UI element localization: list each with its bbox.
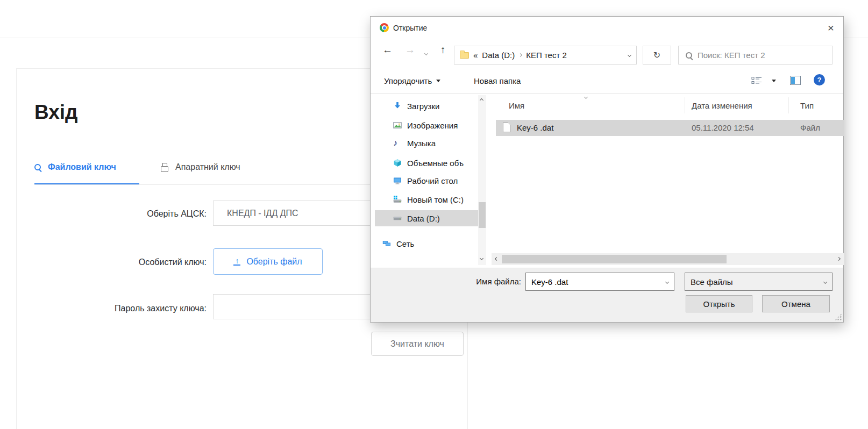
- filename-chevron-down-icon[interactable]: [665, 280, 669, 283]
- organize-label: Упорядочить: [384, 76, 432, 85]
- toolbar-divider: [371, 93, 843, 94]
- chrome-icon: [380, 23, 389, 32]
- sidebar-item-label: Сеть: [396, 239, 414, 248]
- preview-pane-icon[interactable]: [790, 76, 801, 87]
- column-header-modified[interactable]: Дата изменения: [692, 101, 752, 110]
- sort-direction-icon[interactable]: [584, 95, 588, 99]
- personal-key-label: Особистий ключ:: [34, 258, 207, 267]
- sidebar-item-music[interactable]: ♪ Музыка: [375, 135, 478, 151]
- file-type: Файл: [800, 123, 820, 132]
- desktop-icon: [393, 176, 402, 185]
- sidebar-item-3d-objects[interactable]: Объемные объ: [375, 155, 478, 171]
- address-chevron-down-icon[interactable]: [628, 53, 631, 57]
- page-title: Вхід: [34, 101, 78, 124]
- back-icon[interactable]: ←: [382, 44, 393, 56]
- acsk-label: Оберіть АЦСК:: [34, 209, 207, 219]
- key-search-icon: [34, 164, 41, 170]
- scroll-right-icon[interactable]: [837, 257, 841, 261]
- read-key-button[interactable]: Зчитати ключ: [371, 332, 464, 356]
- tab-file-key-label: Файловий ключ: [48, 162, 116, 172]
- column-header-name[interactable]: Имя: [509, 101, 524, 110]
- help-icon[interactable]: ?: [814, 74, 825, 85]
- cancel-button[interactable]: Отмена: [762, 295, 830, 312]
- organize-button[interactable]: Упорядочить: [384, 76, 440, 85]
- view-mode-dropdown-icon[interactable]: [772, 80, 776, 82]
- filetype-dropdown[interactable]: Все файлы: [685, 273, 833, 291]
- search-box[interactable]: [678, 46, 833, 65]
- open-file-dialog: Открытие × ← → ↑ « Data (D:) КЕП тест 2 …: [370, 16, 844, 323]
- tab-hardware-key-label: Апаратний ключ: [175, 162, 240, 172]
- sidebar-scrollbar-thumb[interactable]: [479, 202, 486, 228]
- sidebar-item-drive-c[interactable]: Новый том (C:): [375, 191, 478, 208]
- tab-hardware-key[interactable]: Апаратний ключ: [161, 162, 240, 172]
- sidebar-item-label: Музыка: [407, 139, 436, 148]
- open-button[interactable]: Открыть: [686, 295, 752, 312]
- search-icon: [686, 52, 692, 59]
- new-folder-label: Новая папка: [474, 76, 521, 85]
- sidebar-item-pictures[interactable]: Изображения: [375, 117, 478, 133]
- pictures-icon: [393, 121, 402, 130]
- breadcrumb[interactable]: « Data (D:) КЕП тест 2: [454, 46, 637, 65]
- sidebar-item-desktop[interactable]: Рабочий стол: [375, 173, 478, 189]
- upload-icon: ↑: [233, 258, 240, 266]
- sidebar-item-label: Новый том (C:): [407, 195, 464, 204]
- sidebar-item-label: Рабочий стол: [407, 176, 458, 185]
- usb-key-icon: [161, 166, 168, 172]
- dialog-footer: Имя файла: Все файлы Открыть Отмена: [371, 268, 843, 322]
- refresh-button[interactable]: ↻: [643, 46, 671, 65]
- choose-file-button[interactable]: ↑ Оберіть файл: [213, 248, 323, 275]
- music-icon: ♪: [393, 139, 402, 147]
- filetype-chevron-down-icon: [823, 280, 827, 283]
- resize-grip[interactable]: [835, 313, 842, 320]
- sidebar-item-label: Загрузки: [407, 102, 439, 111]
- file-modified: 05.11.2020 12:54: [692, 123, 754, 132]
- breadcrumb-segment-folder[interactable]: КЕП тест 2: [526, 51, 567, 60]
- dialog-title: Открытие: [393, 24, 427, 32]
- horizontal-scrollbar-thumb[interactable]: [502, 255, 727, 263]
- 3d-objects-icon: [393, 159, 402, 167]
- file-row[interactable]: Key-6 .dat 05.11.2020 12:54 Файл: [496, 120, 844, 136]
- file-name: Key-6 .dat: [517, 123, 553, 132]
- sidebar-item-label: Изображения: [407, 121, 458, 130]
- folder-icon: [460, 52, 469, 59]
- column-separator[interactable]: [788, 97, 789, 113]
- breadcrumb-collapsed-indicator[interactable]: «: [473, 51, 478, 60]
- filename-combobox[interactable]: [525, 273, 674, 291]
- filetype-value: Все файлы: [691, 277, 733, 287]
- network-icon: [382, 239, 391, 248]
- choose-file-label: Оберіть файл: [246, 257, 302, 267]
- breadcrumb-segment-drive[interactable]: Data (D:): [482, 51, 515, 60]
- sidebar-item-label: Data (D:): [407, 214, 440, 223]
- organize-dropdown-icon: [436, 80, 440, 82]
- password-label: Пароль захисту ключа:: [34, 304, 207, 313]
- new-folder-button[interactable]: Новая папка: [474, 76, 521, 85]
- history-chevron-down-icon[interactable]: [424, 52, 428, 55]
- search-input[interactable]: [698, 51, 825, 60]
- filename-label: Имя файла:: [424, 277, 521, 286]
- sidebar-item-drive-d[interactable]: Data (D:): [375, 210, 478, 226]
- view-mode-icon[interactable]: [751, 76, 762, 87]
- breadcrumb-separator-icon: [518, 53, 522, 57]
- tab-file-key[interactable]: Файловий ключ: [34, 162, 116, 172]
- sidebar-item-network[interactable]: Сеть: [375, 235, 478, 252]
- column-separator[interactable]: [685, 97, 685, 113]
- downloads-icon: [393, 102, 402, 110]
- sidebar-scrollbar[interactable]: [478, 95, 486, 265]
- drive-d-icon: [393, 214, 402, 223]
- file-icon: [503, 123, 510, 132]
- sidebar-item-downloads[interactable]: Загрузки: [375, 98, 478, 114]
- close-icon[interactable]: ×: [823, 21, 839, 35]
- drive-c-icon: [393, 195, 402, 204]
- forward-icon[interactable]: →: [405, 44, 415, 56]
- horizontal-scrollbar[interactable]: [492, 253, 844, 265]
- sidebar-item-label: Объемные объ: [407, 159, 464, 168]
- column-header-type[interactable]: Тип: [800, 101, 814, 110]
- filename-input[interactable]: [531, 277, 666, 287]
- up-icon[interactable]: ↑: [440, 44, 446, 56]
- scroll-left-icon[interactable]: [495, 257, 499, 261]
